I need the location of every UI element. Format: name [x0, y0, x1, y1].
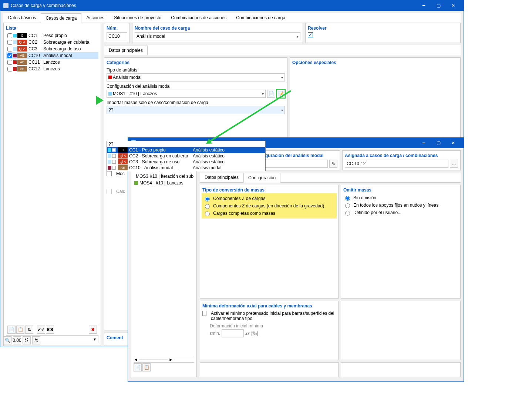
mass-conv-panel: Tipo de conversión de masas Componentes … — [200, 185, 339, 299]
fx-icon[interactable]: fx — [32, 336, 40, 344]
mass-opt-2[interactable] — [205, 211, 210, 216]
new-icon[interactable]: 📄 — [7, 326, 16, 334]
copy-icon[interactable]: 📋 — [16, 326, 24, 334]
modal-tab-datos[interactable]: Datos principales — [200, 173, 243, 182]
load-case-row[interactable]: AE CC11 Lanczos — [6, 59, 98, 66]
delete-icon[interactable]: ✖ — [89, 326, 97, 334]
config-value: MOS1 - #10 | Lanczos — [113, 91, 157, 96]
cc-name: Sobrecarga en cubierta — [43, 40, 90, 45]
new-config-icon[interactable]: 📄 — [267, 90, 275, 98]
cc-name: Sobrecarga de uso — [43, 46, 81, 51]
load-case-row[interactable]: G CC1 Peso propio — [6, 32, 98, 39]
dropdown-row[interactable]: AE CC10 - Análisis modal Análisis modal — [107, 165, 265, 171]
empty-panel-2 — [341, 301, 461, 360]
mass-opt-0[interactable] — [205, 197, 210, 201]
precision-icon[interactable]: 0.00 — [13, 336, 21, 344]
omit-opt-0[interactable] — [345, 196, 350, 201]
row-checkbox[interactable] — [7, 47, 12, 51]
color-swatch — [13, 67, 17, 71]
row-checkbox[interactable] — [7, 67, 12, 71]
resolver-checkbox[interactable]: ✓ — [308, 32, 313, 37]
num-panel: Núm. — [104, 23, 130, 43]
config-select[interactable]: MOS1 - #10 | Lanczos ▾ — [107, 90, 266, 98]
subtab-datos-principales[interactable]: Datos principales — [104, 46, 148, 55]
config-swatch — [108, 92, 112, 96]
empty-panel-3 — [341, 362, 461, 377]
dropdown-row[interactable]: Ql A CC2 - Sobrecarga en cubierta Anális… — [107, 153, 265, 159]
load-case-row[interactable]: Ql A CC2 Sobrecarga en cubierta — [6, 39, 98, 46]
tab-acciones[interactable]: Acciones — [81, 13, 109, 23]
moc-label: Moc — [116, 171, 125, 176]
mos-new-icon[interactable]: 📄 — [134, 363, 142, 371]
tab-comb-acciones[interactable]: Combinaciones de acciones — [166, 13, 231, 23]
mos-list[interactable]: MOS1 #10 | Lanczos MOS2 #10 | Raíz del p… — [134, 160, 194, 356]
load-case-row[interactable]: Ql A CC3 Sobrecarga de uso — [6, 46, 98, 52]
category-badge: Ql A — [17, 46, 27, 51]
dropdown-row[interactable]: Ql A CC3 - Sobrecarga de uso Análisis es… — [107, 159, 265, 165]
omit-opt-1-label: En todos los apoyos fijos en nudos y lín… — [353, 203, 438, 208]
row-checkbox[interactable] — [7, 40, 12, 45]
assigned-input[interactable] — [345, 160, 448, 168]
edit-name-icon[interactable]: ✎ — [329, 160, 337, 168]
maximize-button[interactable]: ▢ — [431, 0, 446, 11]
mass-conv-header: Tipo de conversión de masas — [202, 187, 336, 193]
modal-minimize-button[interactable]: ━ — [416, 138, 431, 148]
axial-checkbox[interactable] — [202, 311, 206, 316]
cc-id: CC3 — [28, 46, 42, 51]
modal-maximize-button[interactable]: ▢ — [431, 138, 446, 148]
minimize-button[interactable]: ━ — [416, 0, 431, 11]
tipo-swatch — [108, 76, 112, 79]
cc-id: CC10 — [28, 53, 42, 58]
resolver-panel: Resolver ✓ — [305, 23, 461, 43]
color-swatch — [13, 47, 17, 51]
modal-close-button[interactable]: ✕ — [446, 138, 461, 148]
calc-checkbox[interactable] — [107, 189, 112, 194]
tipo-analisis-label: Tipo de análisis — [107, 67, 285, 73]
name-panel: Nombre del caso de carga Análisis modal … — [132, 23, 303, 43]
row-checkbox[interactable] — [7, 33, 12, 38]
axial-check-label: Activar el mínimo pretensado inicial par… — [211, 311, 336, 321]
mos-copy-icon[interactable]: 📋 — [142, 363, 151, 371]
sort-icon[interactable]: ⇅ — [25, 326, 33, 334]
assigned-label: Asignada a casos de carga / combinacione… — [345, 153, 458, 158]
moc-checkbox[interactable] — [107, 171, 112, 176]
load-case-list[interactable]: G CC1 Peso propio Ql A CC2 Sobrecarga en… — [6, 32, 98, 324]
tab-situaciones[interactable]: Situaciones de proyecto — [109, 13, 166, 23]
tab-comb-carga[interactable]: Combinaciones de carga — [231, 13, 290, 23]
tipo-analisis-select[interactable]: Análisis modal ▾ — [107, 73, 285, 81]
omit-opt-2[interactable] — [345, 211, 350, 216]
color-swatch — [13, 40, 17, 44]
axial-panel: Mínima deformación axial para cables y m… — [200, 301, 339, 360]
close-button[interactable]: ✕ — [446, 0, 461, 11]
dropdown-row[interactable]: G CC1 - Peso propio Análisis estático — [107, 147, 265, 153]
tab-datos-basicos[interactable]: Datos básicos — [3, 13, 41, 23]
row-checkbox[interactable] — [7, 53, 12, 58]
import-dropdown[interactable]: ?? G CC1 - Peso propio Análisis estático… — [107, 141, 266, 171]
list-header: Lista — [6, 26, 98, 31]
assigned-browse-icon[interactable]: … — [450, 160, 458, 168]
uncheck-all-icon[interactable]: ✖✖ — [46, 326, 54, 334]
mos-list-panel: Lista MOS1 #10 | Lanczos MOS2 #10 | Raíz… — [131, 150, 197, 377]
load-case-row[interactable]: AE CC12 Lanczos — [6, 66, 98, 72]
mos-label: #10 | Lanczos — [156, 180, 183, 186]
load-case-row[interactable]: AE CC10 Análisis modal — [6, 52, 98, 59]
mos-row[interactable]: MOS3 #10 | Iteración del subespa — [134, 173, 194, 180]
tree-icon[interactable]: ⛓ — [23, 336, 31, 344]
row-checkbox[interactable] — [7, 60, 12, 65]
mos-label: #10 | Iteración del subespa — [150, 174, 194, 179]
search-icon[interactable]: 🔍 — [3, 336, 11, 344]
dropdown-row[interactable]: ?? — [107, 141, 265, 147]
mos-row[interactable]: MOS4 #10 | Lanczos — [134, 180, 194, 186]
category-badge: Ql A — [17, 40, 27, 45]
modal-tab-config[interactable]: Configuración — [243, 173, 280, 183]
mass-opt-1[interactable] — [205, 204, 210, 209]
mass-opt-2-label: Cargas completas como masas — [213, 211, 275, 216]
num-input[interactable] — [107, 32, 127, 40]
name-select[interactable]: Análisis modal ▾ — [135, 32, 300, 40]
annotation-arrow-icon — [96, 96, 104, 105]
name-value: Análisis modal — [137, 34, 165, 39]
cc-name: Lanczos — [43, 60, 60, 65]
check-all-icon[interactable]: ✔✔ — [37, 326, 45, 334]
omit-opt-1[interactable] — [345, 203, 350, 208]
tab-casos-de-carga[interactable]: Casos de carga — [41, 13, 81, 23]
